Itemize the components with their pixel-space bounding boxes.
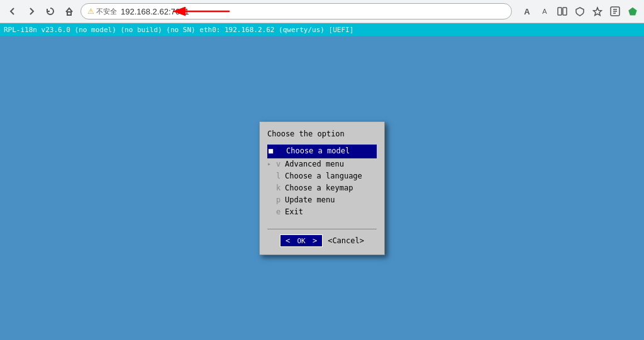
menu-item-model[interactable]: ■ Choose a model [267,145,377,158]
menu-label-exit: Exit [285,206,303,218]
svg-rect-2 [563,8,567,15]
back-button[interactable] [5,4,20,19]
svg-rect-1 [558,8,562,15]
menu-item-icon-model: ■ [269,145,275,157]
toolbar-icons: A A ⬟ [521,5,639,18]
dialog: Choose the option ■ Choose a model ▸ v A… [259,121,385,255]
menu-key-exit: e [276,206,282,218]
menu-item-icon-advanced: ▸ [267,159,274,169]
home-button[interactable] [62,4,77,19]
dialog-title: Choose the option [267,129,377,138]
status-text: RPL-i18n v23.6.0 (no model) (no build) (… [4,26,353,34]
menu-key-update: p [276,194,282,206]
menu-key-advanced: v [276,158,282,170]
menu-item-keymap[interactable]: k Choose a keymap [267,182,377,194]
star-icon[interactable] [591,5,604,18]
svg-rect-0 [67,12,71,15]
address-bar[interactable]: ⚠ 不安全 192.168.2.62:7681 [80,3,512,19]
menu-label-language: Choose a language [285,170,362,182]
menu-list: ■ Choose a model ▸ v Advanced menu l Cho… [267,145,377,218]
security-label: 不安全 [96,7,117,16]
ok-label: < [286,236,294,245]
menu-key-language: l [276,170,282,182]
menu-label-keymap: Choose a keymap [285,182,353,194]
profile-icon[interactable]: ⬟ [626,5,639,18]
ok-button[interactable]: < OK > [280,234,323,247]
warning-icon: ⚠ [87,7,94,16]
ok-label-end: > [308,236,317,245]
reload-button[interactable] [43,4,58,19]
security-warning: ⚠ 不安全 [87,7,117,16]
forward-button[interactable] [24,4,39,19]
download-icon[interactable] [609,5,621,18]
dialog-buttons: < OK > <Cancel> [267,234,377,247]
font-icon[interactable]: A [538,5,551,18]
dialog-separator [267,229,377,229]
menu-label-update: Update menu [285,194,335,206]
shield-icon[interactable] [574,5,586,18]
svg-marker-3 [594,8,602,16]
split-view-icon[interactable] [556,5,569,18]
menu-label-advanced: Advanced menu [285,158,344,170]
menu-key-keymap: k [276,182,282,194]
browser-chrome: ⚠ 不安全 192.168.2.62:7681 A A [0,0,644,23]
menu-item-update[interactable]: p Update menu [267,194,377,206]
address-text: 192.168.2.62:7681 [121,7,189,16]
menu-label-model: Choose a model [286,145,350,157]
status-bar: RPL-i18n v23.6.0 (no model) (no build) (… [0,23,644,36]
main-content: Choose the option ■ Choose a model ▸ v A… [0,36,644,340]
browser-toolbar: ⚠ 不安全 192.168.2.62:7681 A A [0,0,644,23]
ok-inner: OK [294,236,308,246]
menu-item-exit[interactable]: e Exit [267,206,377,218]
cancel-button[interactable]: <Cancel> [328,236,364,245]
menu-item-advanced[interactable]: ▸ v Advanced menu [267,158,377,170]
font-size-icon[interactable]: A [521,5,533,18]
menu-item-language[interactable]: l Choose a language [267,170,377,182]
